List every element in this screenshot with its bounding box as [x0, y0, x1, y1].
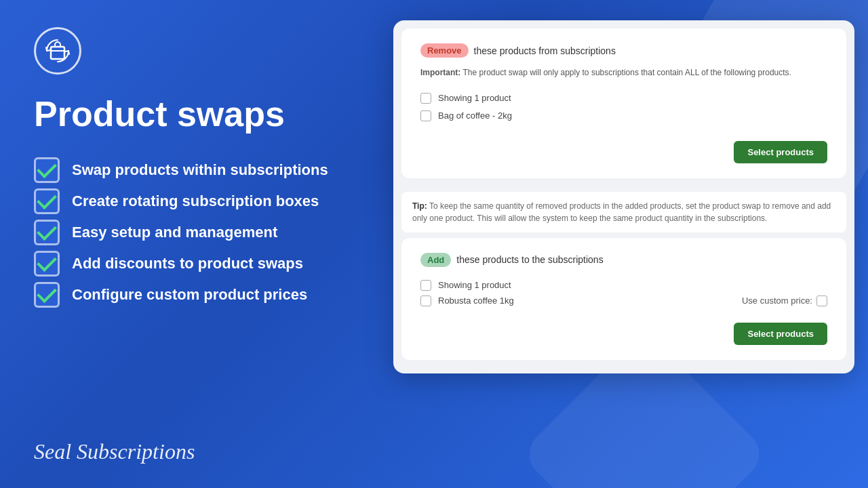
- add-section: Add these products to the subscriptions …: [401, 238, 846, 360]
- custom-price-checkbox[interactable]: [816, 296, 827, 306]
- add-product-label-2: Robusta coffee 1kg: [438, 296, 514, 306]
- feature-text-3: Easy setup and management: [72, 223, 277, 243]
- add-checkbox-2[interactable]: [420, 296, 431, 306]
- feature-item-4: Add discounts to product swaps: [34, 251, 346, 277]
- custom-price-label: Use custom price:: [742, 296, 812, 306]
- check-icon-1: [34, 157, 60, 183]
- feature-item-3: Easy setup and management: [34, 220, 346, 245]
- tip-text: Tip: To keep the same quantity of remove…: [412, 200, 835, 224]
- left-panel: Product swaps Swap products within subsc…: [0, 0, 380, 488]
- remove-btn-area: Select products: [420, 133, 827, 163]
- feature-text-1: Swap products within subscriptions: [72, 161, 328, 180]
- feature-text-4: Add discounts to product swaps: [72, 254, 303, 274]
- add-checkbox-1[interactable]: [420, 280, 431, 291]
- add-select-products-button[interactable]: Select products: [734, 323, 827, 345]
- check-icon-2: [34, 188, 60, 214]
- feature-item-1: Swap products within subscriptions: [34, 157, 346, 183]
- feature-item-5: Configure custom product prices: [34, 282, 346, 308]
- important-label: Important:: [420, 68, 460, 77]
- check-icon-4: [34, 251, 60, 277]
- remove-badge: Remove: [420, 43, 469, 58]
- add-product-label-1: Showing 1 product: [438, 280, 511, 290]
- add-badge: Add: [420, 253, 451, 267]
- check-icon-3: [34, 220, 60, 245]
- tip-label: Tip:: [412, 201, 427, 211]
- remove-select-products-button[interactable]: Select products: [734, 141, 827, 163]
- custom-price-container: Use custom price:: [742, 296, 827, 306]
- important-text: The product swap will only apply to subs…: [462, 68, 791, 77]
- right-panel: Remove these products from subscriptions…: [393, 20, 854, 468]
- remove-product-label-1: Showing 1 product: [438, 93, 511, 103]
- tip-box: Tip: To keep the same quantity of remove…: [401, 192, 846, 232]
- tip-content: To keep the same quantity of removed pro…: [412, 201, 831, 223]
- remove-checkbox-2[interactable]: [420, 110, 431, 121]
- add-product-row-1: Showing 1 product: [420, 277, 827, 294]
- check-icon-5: [34, 282, 60, 308]
- feature-item-2: Create rotating subscription boxes: [34, 188, 346, 214]
- remove-product-row-2: Bag of coffee - 2kg: [420, 107, 827, 125]
- add-section-title: these products to the subscriptions: [456, 254, 603, 265]
- important-note: Important: The product swap will only ap…: [420, 67, 827, 79]
- feature-text-2: Create rotating subscription boxes: [72, 192, 319, 211]
- add-btn-area: Select products: [420, 314, 827, 345]
- add-product-row-2-left: Robusta coffee 1kg: [420, 296, 514, 306]
- brand-name: Seal Subscriptions: [34, 439, 195, 464]
- add-section-header: Add these products to the subscriptions: [420, 253, 827, 267]
- remove-section: Remove these products from subscriptions…: [401, 28, 846, 178]
- feature-text-5: Configure custom product prices: [72, 285, 307, 305]
- remove-section-title: these products from subscriptions: [474, 45, 616, 56]
- svg-rect-0: [51, 47, 64, 59]
- card-wrapper: Remove these products from subscriptions…: [393, 20, 854, 373]
- page-title: Product swaps: [34, 95, 346, 134]
- remove-product-row-1: Showing 1 product: [420, 89, 827, 107]
- remove-product-label-2: Bag of coffee - 2kg: [438, 110, 512, 121]
- remove-section-header: Remove these products from subscriptions: [420, 43, 827, 58]
- feature-list: Swap products within subscriptions Creat…: [34, 157, 346, 308]
- remove-checkbox-1[interactable]: [420, 93, 431, 104]
- add-product-row-2: Robusta coffee 1kg Use custom price:: [420, 296, 827, 306]
- logo-icon: [34, 27, 81, 75]
